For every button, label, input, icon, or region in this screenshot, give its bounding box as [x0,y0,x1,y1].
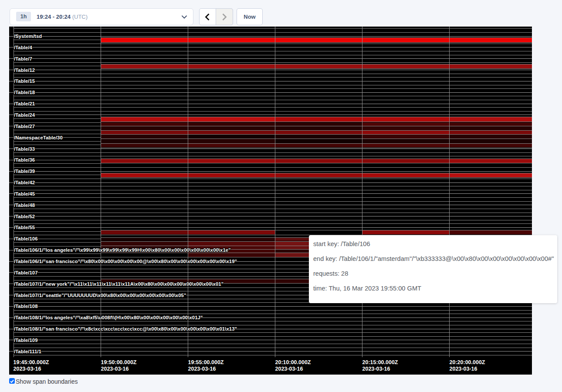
svg-text:/Table/107/1/"seattle"/"UUUUUU: /Table/107/1/"seattle"/"UUUUUUUD\x00\x80… [14,293,186,298]
svg-text:/System/tsd: /System/tsd [14,34,42,39]
svg-text:/Table/42: /Table/42 [14,180,35,185]
svg-text:/Table/39: /Table/39 [14,169,35,174]
svg-text:/Table/48: /Table/48 [14,203,35,208]
svg-text:2023-03-16: 2023-03-16 [188,366,216,372]
svg-text:2023-03-16: 2023-03-16 [275,366,303,372]
svg-text:/Table/108/1/"san francisco"/": /Table/108/1/"san francisco"/"\x8c\xcc\x… [14,326,237,331]
svg-text:/Table/24: /Table/24 [14,112,35,118]
svg-text:/Table/106: /Table/106 [14,236,38,241]
svg-text:/Table/108: /Table/108 [14,304,38,309]
svg-text:/Table/107: /Table/107 [14,270,38,275]
svg-text:/Table/4: /Table/4 [14,45,33,50]
svg-text:/Table/108/1/"los angeles"/"\x: /Table/108/1/"los angeles"/"\xa8\xf5\u00… [14,315,203,320]
svg-text:/Table/111/1: /Table/111/1 [14,349,41,354]
svg-text:/Table/106/1/"san francisco"/": /Table/106/1/"san francisco"/"\x80\x00\x… [14,259,237,264]
svg-text:/Table/21: /Table/21 [14,101,35,106]
svg-text:2023-03-16: 2023-03-16 [362,366,390,372]
svg-text:/Table/109: /Table/109 [14,338,38,343]
svg-text:20:20:00.000Z: 20:20:00.000Z [450,359,485,365]
svg-text:/Table/7: /Table/7 [14,56,32,61]
svg-text:/Table/107/1/"new york"/"\x11\: /Table/107/1/"new york"/"\x11\x11\x11\x1… [14,281,223,287]
svg-text:/Table/52: /Table/52 [14,214,35,219]
svg-text:2023-03-16: 2023-03-16 [14,366,41,372]
svg-text:/Table/106/1/"los angeles"/"\x: /Table/106/1/"los angeles"/"\x99\x99\x99… [14,247,231,253]
svg-text:/Table/33: /Table/33 [14,146,35,152]
svg-text:/Table/55: /Table/55 [14,225,35,230]
svg-text:/Table/36: /Table/36 [14,157,35,162]
svg-text:/Table/15: /Table/15 [14,78,35,84]
svg-text:19:45:00.000Z: 19:45:00.000Z [14,359,49,365]
svg-text:/Table/45: /Table/45 [14,191,35,196]
svg-text:19:50:00.000Z: 19:50:00.000Z [101,359,137,365]
svg-text:2023-03-16: 2023-03-16 [450,366,477,372]
svg-text:/Table/27: /Table/27 [14,124,35,129]
svg-text:20:15:00.000Z: 20:15:00.000Z [362,359,398,365]
svg-text:2023-03-16: 2023-03-16 [101,366,129,372]
svg-text:/Table/12: /Table/12 [14,68,35,73]
svg-text:19:55:00.000Z: 19:55:00.000Z [188,359,224,365]
svg-text:/NamespaceTable/30: /NamespaceTable/30 [14,135,63,140]
svg-text:20:10:00.000Z: 20:10:00.000Z [275,359,311,365]
svg-text:/Table/18: /Table/18 [14,90,35,95]
